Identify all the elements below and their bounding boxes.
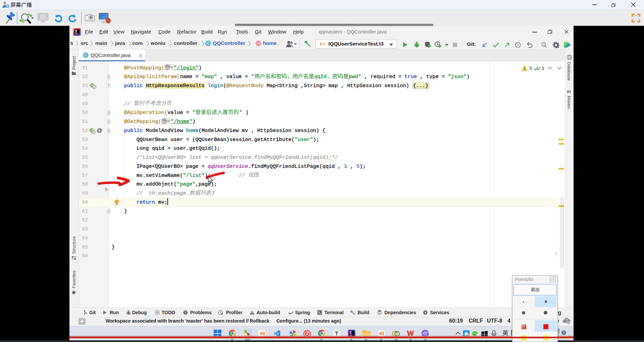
svg-text:?: ?: [566, 319, 568, 322]
